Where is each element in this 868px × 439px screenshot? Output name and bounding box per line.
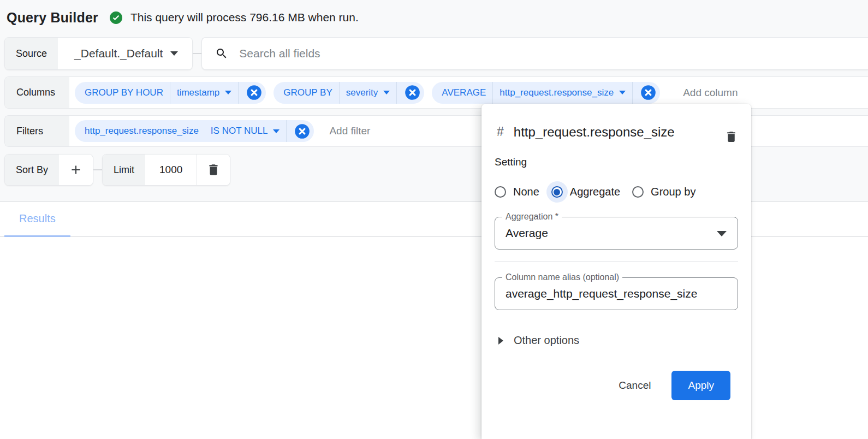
- chip-field-name: severity: [346, 87, 378, 98]
- trash-icon: [206, 163, 221, 177]
- page-title: Query Builder: [7, 10, 98, 26]
- trash-icon: [724, 130, 738, 144]
- numeric-type-icon: #: [497, 124, 504, 139]
- chip-divider: [170, 82, 170, 104]
- radio-group-by[interactable]: [632, 186, 644, 198]
- delete-limit-button[interactable]: [197, 155, 230, 185]
- sort-limit-row: Sort By Limit 1000: [4, 154, 230, 186]
- chip-divider: [632, 82, 633, 104]
- remove-column-button[interactable]: [405, 85, 420, 100]
- chip-divider: [286, 120, 287, 142]
- query-process-status: This query will process 796.16 MB when r…: [130, 11, 359, 24]
- source-row: Source _Default._Default Search all fiel…: [4, 37, 868, 70]
- chip-divider: [492, 82, 493, 104]
- sort-by-group: Sort By: [4, 154, 93, 186]
- check-circle-icon: [109, 11, 123, 25]
- column-chip-timestamp[interactable]: GROUP BY HOUR timestamp: [75, 82, 266, 104]
- chevron-down-icon: [383, 91, 390, 94]
- column-chip-response-size[interactable]: AVERAGE http_request.response_size: [432, 82, 660, 104]
- dialog-title: http_request.response_size: [514, 120, 706, 144]
- alias-label: Column name alias (optional): [502, 272, 622, 282]
- alias-value: average_http_request_response_size: [495, 278, 738, 309]
- chip-prefix: GROUP BY: [283, 87, 332, 98]
- chevron-down-icon: [225, 91, 231, 94]
- query-builder-page: Query Builder This query will process 79…: [0, 0, 868, 439]
- dialog-header: # http_request.response_size: [495, 120, 738, 144]
- cancel-icon: [294, 123, 310, 139]
- add-sort-button[interactable]: [59, 155, 93, 185]
- radio-group-by-label[interactable]: Group by: [651, 186, 695, 198]
- chevron-down-icon: [619, 91, 626, 94]
- source-label: Source: [5, 38, 58, 69]
- source-selector[interactable]: _Default._Default: [58, 38, 192, 69]
- filter-chip-response-size[interactable]: http_request.response_size IS NOT NULL: [75, 120, 314, 142]
- chip-divider: [339, 82, 340, 104]
- remove-column-button[interactable]: [640, 85, 656, 100]
- remove-filter-button[interactable]: [294, 123, 310, 139]
- column-chip-severity[interactable]: GROUP BY severity: [274, 82, 424, 104]
- chevron-down-icon: [273, 129, 280, 133]
- plus-icon: [69, 163, 83, 177]
- other-options-expander[interactable]: Other options: [495, 334, 738, 347]
- chevron-down-icon: [170, 51, 178, 56]
- chip-divider: [238, 82, 239, 104]
- chip-field-dropdown[interactable]: http_request.response_size: [500, 87, 626, 98]
- connector-line: [93, 169, 102, 170]
- source-value: _Default._Default: [74, 47, 163, 60]
- header: Query Builder This query will process 79…: [7, 0, 359, 35]
- aggregation-select[interactable]: Aggregation * Average: [495, 217, 738, 250]
- cancel-icon: [640, 85, 656, 100]
- delete-column-button[interactable]: [724, 130, 738, 144]
- filter-operator: IS NOT NULL: [211, 126, 268, 137]
- chevron-down-icon: [717, 231, 727, 236]
- chip-field-dropdown[interactable]: severity: [346, 87, 390, 98]
- expand-arrow-icon: [498, 337, 503, 345]
- dialog-divider: [495, 262, 738, 262]
- columns-label: Columns: [5, 77, 69, 108]
- apply-button[interactable]: Apply: [671, 371, 730, 400]
- setting-heading: Setting: [495, 156, 738, 168]
- search-placeholder: Search all fields: [239, 47, 320, 60]
- radio-none-label[interactable]: None: [513, 186, 539, 198]
- cancel-icon: [405, 85, 420, 100]
- limit-label: Limit: [103, 155, 145, 185]
- add-column-placeholder[interactable]: Add column: [683, 87, 738, 99]
- chip-divider: [396, 82, 397, 104]
- limit-value-field[interactable]: 1000: [145, 155, 197, 185]
- cancel-icon: [246, 85, 262, 100]
- filters-label: Filters: [5, 116, 69, 146]
- aggregation-value: Average: [495, 217, 738, 248]
- chip-prefix: AVERAGE: [442, 87, 486, 98]
- search-field[interactable]: Search all fields: [201, 37, 868, 70]
- alias-input[interactable]: Column name alias (optional) average_htt…: [495, 277, 738, 310]
- aggregation-label: Aggregation *: [502, 212, 562, 222]
- tab-results[interactable]: Results: [4, 202, 70, 237]
- dialog-footer: Cancel Apply: [495, 371, 738, 400]
- chip-field-name: timestamp: [177, 87, 219, 98]
- limit-group: Limit 1000: [102, 154, 230, 186]
- chip-field-dropdown[interactable]: timestamp: [177, 87, 231, 98]
- search-icon: [215, 47, 228, 60]
- column-settings-dialog: # http_request.response_size Setting Non…: [481, 104, 751, 439]
- chip-prefix: GROUP BY HOUR: [85, 87, 163, 98]
- radio-aggregate-label[interactable]: Aggregate: [570, 186, 620, 198]
- filter-dropdown[interactable]: http_request.response_size IS NOT NULL: [85, 126, 280, 137]
- radio-aggregate[interactable]: [551, 186, 563, 198]
- other-options-label: Other options: [514, 334, 579, 347]
- remove-column-button[interactable]: [246, 85, 262, 100]
- add-filter-placeholder[interactable]: Add filter: [329, 125, 370, 137]
- chip-field-name: http_request.response_size: [500, 87, 614, 98]
- setting-radio-group: None Aggregate Group by: [495, 186, 738, 198]
- sort-by-label: Sort By: [5, 155, 59, 185]
- connector-line: [193, 53, 201, 54]
- cancel-button[interactable]: Cancel: [619, 379, 651, 391]
- filter-field-name: http_request.response_size: [85, 126, 199, 137]
- source-group: Source _Default._Default: [4, 37, 193, 70]
- radio-none[interactable]: [495, 186, 506, 198]
